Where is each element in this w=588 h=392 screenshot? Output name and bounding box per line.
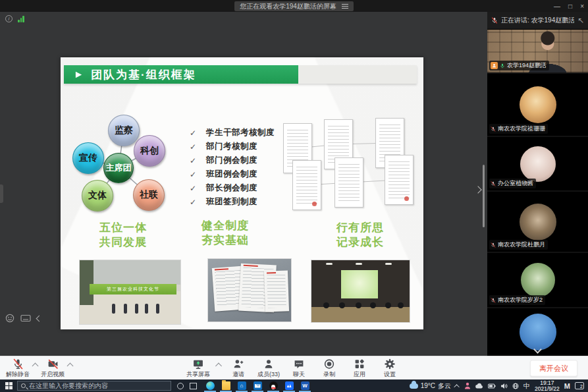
check-icon: ✓	[190, 170, 196, 179]
avatar	[520, 146, 556, 182]
presentation-slide: 团队为基·组织框架 监察 宣传 科创 文体 社联	[61, 57, 423, 329]
participant-name: 农学194赵鹏活	[507, 61, 547, 70]
video-tile[interactable]: 南农农学院祖珊珊	[487, 74, 588, 136]
participant-nameplate: 南农农学院祖珊珊	[489, 124, 548, 134]
photo-projector-screen	[341, 270, 379, 298]
record-icon	[324, 358, 335, 370]
settings-button[interactable]: 设置	[377, 358, 402, 379]
avatar	[521, 263, 555, 297]
taskbar-app-explorer[interactable]	[218, 379, 234, 392]
check-icon: ✓	[190, 184, 196, 193]
checklist-item: ✓部门考核制度	[190, 140, 275, 154]
photo-person	[145, 304, 148, 314]
weather-widget[interactable]: 19°C 多云	[410, 381, 451, 391]
audio-options-caret[interactable]	[32, 363, 39, 370]
taskbar-app-mail[interactable]	[250, 379, 265, 392]
photo-event-banner: 第三届农业科技文化节	[90, 284, 176, 294]
watching-banner[interactable]: 您正在观看农学194赵鹏活的屏幕	[234, 1, 354, 11]
panel-handle-left[interactable]	[0, 184, 3, 203]
photo-outdoor-event: 第三届农业科技文化节	[79, 260, 181, 325]
muted-mic-icon	[491, 297, 496, 304]
diagram-node-supervision: 监察	[108, 115, 140, 146]
record-button[interactable]: 录制	[317, 358, 342, 379]
speaking-header: 正在讲话: 农学194赵鹏活 ↖	[487, 12, 588, 30]
task-view-icon[interactable]	[190, 383, 197, 389]
tray-expand-icon[interactable]	[454, 384, 459, 389]
video-tile[interactable]: 南农农学院岁岁2	[487, 253, 588, 307]
info-icon[interactable]: i	[5, 15, 13, 22]
qq-icon	[269, 381, 278, 390]
photo-light	[356, 263, 362, 265]
search-input[interactable]	[29, 382, 167, 389]
sidebar-expand-icon[interactable]	[474, 186, 481, 193]
muted-mic-icon	[491, 126, 496, 132]
tray-cloud-icon[interactable]	[475, 383, 483, 389]
taskbar-app-word[interactable]: W	[297, 379, 313, 392]
close-button[interactable]: ×	[580, 3, 584, 10]
participant-name: 南农农学院杜鹏月	[498, 240, 545, 249]
emoji-icon[interactable]	[5, 314, 14, 323]
taskbar-app-edge[interactable]	[202, 379, 218, 392]
start-button[interactable]	[0, 379, 17, 392]
shared-screen-area: i 团队为基·组织框架	[0, 12, 487, 356]
muted-mic-icon	[13, 358, 24, 370]
caption-five-in-one: 五位一体共同发展	[80, 221, 166, 250]
speaking-label: 正在讲话: 农学194赵鹏活	[501, 16, 574, 25]
presenter-badge-icon	[491, 62, 498, 69]
participant-name: 办公室植物酱	[498, 179, 533, 188]
participants-sidebar: 正在讲话: 农学194赵鹏活 ↖ 农学194赵鹏活	[487, 12, 588, 356]
folder-icon	[222, 381, 230, 390]
start-video-button[interactable]: 开启视频	[40, 358, 65, 379]
avatar	[520, 204, 556, 240]
share-options-caret[interactable]	[215, 363, 222, 370]
menu-icon[interactable]	[342, 4, 348, 9]
video-tile[interactable]: 南农农学院杜鹏月	[487, 192, 588, 252]
gear-icon	[385, 358, 396, 370]
tray-network-icon[interactable]	[512, 383, 519, 389]
minimize-button[interactable]: —	[554, 3, 560, 10]
document-page	[385, 155, 414, 205]
collapse-tools-icon[interactable]	[36, 315, 43, 322]
meeting-window: 您正在观看农学194赵鹏活的屏幕 — □ × i 团队为基·组织框架	[0, 0, 588, 392]
maximize-button[interactable]: □	[568, 3, 572, 10]
unmute-button[interactable]: 解除静音	[5, 358, 30, 379]
apps-button[interactable]: 应用	[347, 358, 372, 379]
tray-battery-icon[interactable]	[488, 383, 496, 389]
cortana-icon[interactable]	[177, 383, 184, 389]
participant-nameplate: 南农农学院岁岁2	[489, 295, 545, 305]
system-checklist: ✓学生干部考核制度 ✓部门考核制度 ✓部门例会制度 ✓班团例会制度 ✓部长例会制…	[190, 126, 275, 209]
leave-meeting-button[interactable]: 离开会议	[530, 360, 577, 376]
participant-nameplate: 南农农学院杜鹏月	[489, 240, 548, 250]
taskbar-app-meeting[interactable]	[281, 379, 297, 392]
participant-name: 南农农学院岁岁2	[498, 296, 543, 304]
tray-im-icon[interactable]: M	[564, 382, 570, 390]
tray-speaker-icon[interactable]	[500, 383, 508, 389]
keyboard-icon[interactable]	[20, 314, 31, 322]
video-tile-speaker[interactable]: 农学194赵鹏活	[487, 30, 588, 72]
taskbar-app-store[interactable]: ⌂	[234, 379, 250, 392]
taskbar-search[interactable]	[17, 381, 171, 391]
ime-indicator[interactable]: 中	[523, 381, 530, 391]
share-screen-button[interactable]: 共享屏幕	[186, 358, 211, 379]
photo-table	[311, 307, 410, 322]
system-tray: 19°C 多云 中 19:17 2021/9/22	[410, 379, 584, 392]
avatar	[520, 86, 556, 123]
members-button[interactable]: 成员(33)	[256, 358, 281, 379]
invite-icon	[233, 358, 244, 370]
taskbar-app-qq[interactable]	[265, 379, 281, 392]
photo-meeting-room	[311, 260, 410, 323]
chat-button[interactable]: 聊天	[286, 358, 311, 379]
muted-mic-icon	[491, 181, 496, 187]
invite-button[interactable]: 邀请	[226, 358, 251, 379]
video-tile[interactable]: 办公室植物酱	[487, 137, 588, 190]
scrollbar-thumb[interactable]	[483, 165, 485, 227]
watching-banner-text: 您正在观看农学194赵鹏活的屏幕	[240, 2, 336, 11]
check-icon: ✓	[190, 198, 196, 207]
taskbar-clock[interactable]: 19:17 2021/9/22	[535, 380, 560, 392]
checklist-item: ✓班团例会制度	[190, 167, 275, 181]
sidebar-collapse-icon[interactable]: ↖	[577, 17, 584, 24]
video-options-caret[interactable]	[67, 363, 74, 370]
tray-person-icon[interactable]	[464, 382, 471, 389]
org-structure-diagram: 监察 宣传 科创 文体 社联 主席团	[66, 109, 191, 224]
notification-center-icon[interactable]: 2	[575, 382, 584, 389]
